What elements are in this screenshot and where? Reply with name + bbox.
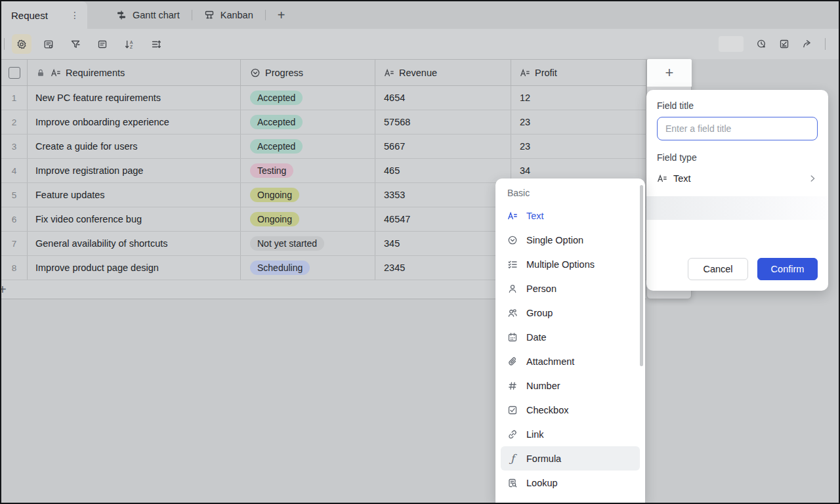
menu-item-number[interactable]: Number (501, 373, 640, 398)
progress-cell[interactable]: Accepted (241, 86, 375, 110)
menu-item-group[interactable]: Group (501, 301, 640, 325)
column-header-revenue[interactable]: Revenue (375, 60, 511, 85)
progress-cell[interactable]: Ongoing (241, 183, 375, 207)
plus-icon: + (278, 8, 285, 23)
sort-button[interactable]: AZ (119, 34, 139, 54)
requirement-cell[interactable]: General availability of shortcuts (28, 232, 241, 255)
status-badge: Accepted (250, 115, 303, 129)
card-view-button[interactable] (93, 34, 112, 54)
menu-item-checkbox[interactable]: Checkbox (501, 398, 640, 422)
requirement-cell[interactable]: Improve product page design (28, 256, 241, 280)
revenue-cell[interactable]: 345 (375, 232, 511, 255)
column-header-requirements[interactable]: Requirements (28, 60, 241, 85)
status-badge: Accepted (250, 139, 303, 154)
text-field-icon (657, 173, 667, 184)
profit-cell[interactable]: 23 (511, 110, 646, 134)
select-all-cell[interactable] (1, 60, 28, 85)
menu-item-label: Attachment (526, 356, 574, 367)
toolbar-divider (825, 38, 826, 50)
grid-settings-button[interactable] (12, 34, 32, 54)
menu-item-label: Single Option (526, 235, 583, 245)
tab-gantt-label: Gantt chart (133, 10, 180, 20)
filter-button[interactable] (66, 34, 85, 54)
field-type-selector[interactable]: Text (657, 169, 818, 188)
svg-text:A: A (130, 39, 133, 44)
menu-item-label: Multiple Options (526, 259, 595, 270)
card-list-icon (97, 39, 108, 49)
sort-az-icon: AZ (124, 39, 135, 49)
menu-item-person[interactable]: Person (501, 276, 640, 301)
share-icon[interactable] (802, 39, 812, 49)
plus-icon: + (665, 64, 674, 81)
field-title-input[interactable] (657, 117, 818, 140)
progress-cell[interactable]: Ongoing (241, 207, 375, 231)
progress-cell[interactable]: Not yet started (241, 232, 375, 255)
menu-item-label: Checkbox (526, 405, 568, 415)
requirement-cell[interactable]: Create a guide for users (28, 135, 241, 158)
history-icon[interactable] (756, 39, 766, 49)
cancel-button[interactable]: Cancel (688, 258, 748, 280)
tab-kanban-label: Kanban (220, 10, 253, 20)
revenue-cell[interactable]: 2345 (375, 256, 511, 280)
checkbox-icon (507, 405, 518, 415)
menu-item-formula[interactable]: ƒ Formula (501, 446, 640, 471)
requirement-cell[interactable]: Improve registration page (28, 159, 241, 182)
menu-item-link[interactable]: Link (501, 422, 640, 446)
field-type-label: Field type (657, 152, 818, 163)
revenue-cell[interactable]: 4654 (375, 86, 511, 110)
form-gear-icon (43, 39, 54, 49)
table-row[interactable]: 3 Create a guide for users Accepted 5667… (1, 135, 646, 159)
status-badge: Accepted (250, 91, 303, 105)
profit-cell[interactable]: 23 (511, 135, 646, 158)
menu-item-lookup[interactable]: Lookup (501, 471, 640, 495)
menu-item-single-option[interactable]: Single Option (501, 228, 640, 252)
tab-kanban[interactable]: Kanban (192, 1, 265, 29)
menu-item-label: Lookup (526, 478, 558, 488)
menu-item-label: Link (526, 429, 544, 440)
revenue-cell[interactable]: 3353 (375, 183, 511, 207)
row-number: 6 (1, 207, 28, 231)
requirement-cell[interactable]: Improve onboarding experience (28, 110, 241, 134)
tab-gantt-chart[interactable]: Gantt chart (104, 1, 192, 29)
menu-item-attachment[interactable]: Attachment (501, 349, 640, 373)
menu-item-text[interactable]: Text (501, 203, 640, 228)
progress-cell[interactable]: Testing (241, 159, 375, 182)
add-field-button[interactable]: + (647, 59, 692, 87)
menu-item-multiple-options[interactable]: Multiple Options (501, 252, 640, 276)
revenue-cell[interactable]: 5667 (375, 135, 511, 158)
table-row[interactable]: 1 New PC feature requirements Accepted 4… (1, 86, 646, 110)
chevron-right-icon (807, 173, 818, 184)
progress-cell[interactable]: Accepted (241, 110, 375, 134)
form-settings-button[interactable] (39, 34, 58, 54)
toolbar-skeleton-button[interactable] (719, 36, 744, 52)
todo-icon[interactable] (779, 39, 789, 49)
table-row[interactable]: 2 Improve onboarding experience Accepted… (1, 110, 646, 135)
tab-request[interactable]: Request ⋮ (1, 1, 87, 29)
profit-cell[interactable]: 12 (511, 86, 646, 110)
add-view-button[interactable]: + (266, 8, 297, 23)
progress-cell[interactable]: Accepted (241, 135, 375, 158)
revenue-cell[interactable]: 57568 (375, 110, 511, 134)
row-height-button[interactable] (146, 34, 166, 54)
menu-scrollbar[interactable] (640, 185, 643, 366)
progress-cell[interactable]: Scheduling (241, 256, 375, 280)
requirement-cell[interactable]: New PC feature requirements (28, 86, 241, 110)
row-height-icon (151, 39, 161, 49)
revenue-cell[interactable]: 465 (375, 159, 511, 182)
gantt-icon (116, 10, 127, 20)
select-all-checkbox[interactable] (9, 67, 20, 79)
link-icon (507, 429, 518, 440)
more-options-icon[interactable]: ⋮ (69, 10, 81, 20)
row-number: 1 (1, 86, 28, 110)
revenue-cell[interactable]: 46547 (375, 207, 511, 231)
confirm-button[interactable]: Confirm (757, 258, 818, 280)
column-header-progress[interactable]: Progress (241, 60, 375, 85)
menu-item-date[interactable]: Date (501, 325, 640, 349)
requirement-cell[interactable]: Fix video conference bug (28, 207, 241, 231)
svg-text:Z: Z (130, 44, 133, 49)
single-option-icon (507, 235, 518, 245)
row-number: 4 (1, 159, 28, 182)
requirement-cell[interactable]: Feature updates (28, 183, 241, 207)
toolbar-divider (4, 38, 5, 50)
column-header-profit[interactable]: Profit (511, 60, 646, 85)
